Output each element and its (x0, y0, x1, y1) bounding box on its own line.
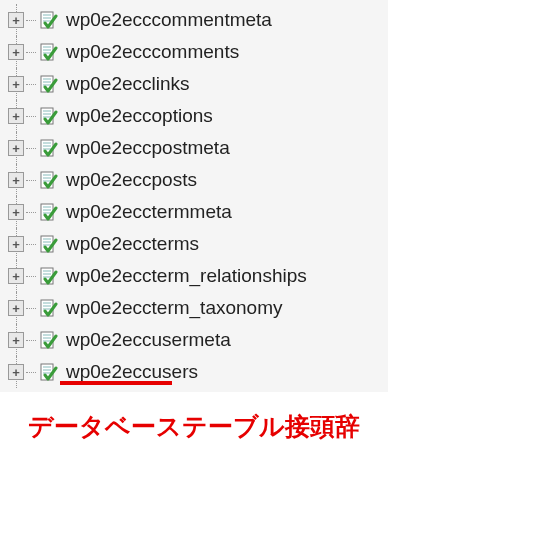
expand-icon[interactable]: + (8, 268, 24, 284)
tree-connector (26, 276, 36, 277)
table-label[interactable]: wp0e2eccterms (66, 233, 199, 255)
tree-item[interactable]: + wp0e2eccusers (0, 356, 388, 388)
expand-icon[interactable]: + (8, 108, 24, 124)
expand-icon[interactable]: + (8, 44, 24, 60)
table-label[interactable]: wp0e2ecccomments (66, 41, 239, 63)
tree-connector (26, 180, 36, 181)
tree-connector (26, 244, 36, 245)
tree-item[interactable]: + wp0e2eccterms (0, 228, 388, 260)
tree-item[interactable]: + wp0e2eccterm_relationships (0, 260, 388, 292)
table-label[interactable]: wp0e2ecccommentmeta (66, 9, 272, 31)
table-label[interactable]: wp0e2eccposts (66, 169, 197, 191)
table-icon (38, 234, 58, 254)
table-icon (38, 10, 58, 30)
table-icon (38, 298, 58, 318)
table-icon (38, 362, 58, 382)
tree-connector (26, 212, 36, 213)
red-underline-annotation (60, 381, 172, 385)
tree-connector (26, 84, 36, 85)
tree-item[interactable]: + wp0e2ecclinks (0, 68, 388, 100)
table-label[interactable]: wp0e2ecclinks (66, 73, 190, 95)
expand-icon[interactable]: + (8, 364, 24, 380)
expand-icon[interactable]: + (8, 300, 24, 316)
table-icon (38, 42, 58, 62)
table-icon (38, 202, 58, 222)
tree-item[interactable]: + wp0e2ecctermmeta (0, 196, 388, 228)
table-icon (38, 74, 58, 94)
tree-item[interactable]: + wp0e2eccterm_taxonomy (0, 292, 388, 324)
tree-connector (26, 340, 36, 341)
tree-item[interactable]: + wp0e2eccoptions (0, 100, 388, 132)
table-label[interactable]: wp0e2eccpostmeta (66, 137, 230, 159)
expand-icon[interactable]: + (8, 12, 24, 28)
expand-icon[interactable]: + (8, 236, 24, 252)
expand-icon[interactable]: + (8, 332, 24, 348)
table-icon (38, 170, 58, 190)
tree-item[interactable]: + wp0e2eccposts (0, 164, 388, 196)
table-icon (38, 106, 58, 126)
expand-icon[interactable]: + (8, 76, 24, 92)
expand-icon[interactable]: + (8, 204, 24, 220)
table-icon (38, 266, 58, 286)
tree-connector (26, 148, 36, 149)
tree-item[interactable]: + wp0e2ecccomments (0, 36, 388, 68)
tree-connector (26, 372, 36, 373)
table-icon (38, 138, 58, 158)
tree-connector (26, 20, 36, 21)
table-icon (38, 330, 58, 350)
table-label[interactable]: wp0e2ecctermmeta (66, 201, 232, 223)
tree-item[interactable]: + wp0e2eccusermeta (0, 324, 388, 356)
tree-connector (26, 308, 36, 309)
red-caption: データベーステーブル接頭辞 (0, 392, 388, 461)
tree-item[interactable]: + wp0e2eccpostmeta (0, 132, 388, 164)
tree-item[interactable]: + wp0e2ecccommentmeta (0, 4, 388, 36)
tree-connector (26, 52, 36, 53)
table-label[interactable]: wp0e2eccusermeta (66, 329, 231, 351)
table-label[interactable]: wp0e2eccoptions (66, 105, 213, 127)
table-label[interactable]: wp0e2eccterm_taxonomy (66, 297, 283, 319)
table-label[interactable]: wp0e2eccusers (66, 361, 198, 382)
table-label[interactable]: wp0e2eccterm_relationships (66, 265, 307, 287)
tree-connector (26, 116, 36, 117)
expand-icon[interactable]: + (8, 140, 24, 156)
expand-icon[interactable]: + (8, 172, 24, 188)
